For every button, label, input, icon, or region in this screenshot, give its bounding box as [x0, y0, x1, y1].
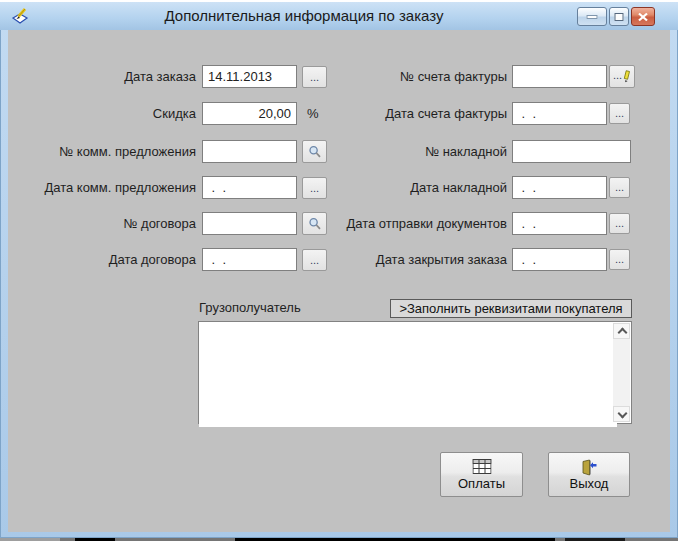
- restore-button[interactable]: [609, 7, 629, 26]
- invoice-number-label: № счета фактуры: [308, 65, 507, 88]
- order-close-date-picker-button[interactable]: ...: [609, 249, 630, 270]
- exit-door-icon: [581, 459, 598, 476]
- window-title: Дополнительная информация по заказу: [40, 7, 568, 24]
- order-close-date-input[interactable]: [512, 248, 607, 271]
- close-icon: [638, 12, 648, 21]
- exit-button-label: Выход: [549, 476, 629, 491]
- contract-number-label: № договора: [16, 212, 196, 235]
- scroll-up-button[interactable]: [613, 323, 630, 339]
- waybill-date-input[interactable]: [512, 176, 607, 199]
- chevron-down-icon: [618, 409, 628, 419]
- vertical-scrollbar[interactable]: [613, 323, 630, 422]
- table-icon: [472, 459, 491, 474]
- title-bar[interactable]: Дополнительная информация по заказу: [0, 2, 678, 30]
- documents-sent-date-input[interactable]: [512, 212, 607, 235]
- contract-number-input[interactable]: [202, 212, 297, 235]
- dialog-window: Дополнительная информация по заказу Дата…: [0, 2, 678, 538]
- commercial-offer-number-input[interactable]: [202, 140, 297, 163]
- restore-icon: [615, 13, 624, 21]
- chevron-up-icon: [618, 328, 628, 338]
- commercial-offer-date-label: Дата комм. предложения: [16, 176, 196, 199]
- order-date-label: Дата заказа: [16, 65, 196, 88]
- pencil-icon: [622, 70, 631, 83]
- contract-date-input[interactable]: [202, 248, 297, 271]
- minimize-button[interactable]: [577, 7, 607, 26]
- contract-date-label: Дата договора: [16, 248, 196, 271]
- invoice-date-label: Дата счета фактуры: [308, 102, 507, 125]
- consignee-textbox: [198, 321, 632, 424]
- commercial-offer-number-label: № комм. предложения: [16, 140, 196, 163]
- discount-input[interactable]: [202, 102, 297, 125]
- invoice-date-input[interactable]: [512, 102, 607, 125]
- ellipsis-text: ...: [613, 69, 622, 81]
- minimize-icon: [587, 15, 598, 19]
- payments-button-label: Оплаты: [441, 476, 522, 491]
- order-close-date-label: Дата закрытия заказа: [308, 248, 507, 271]
- screen: Дополнительная информация по заказу Дата…: [0, 0, 678, 541]
- order-date-input[interactable]: [202, 65, 297, 88]
- invoice-number-input[interactable]: [512, 65, 607, 88]
- consignee-textarea[interactable]: [199, 322, 617, 427]
- fill-from-buyer-button[interactable]: >Заполнить реквизитами покупателя: [390, 299, 632, 318]
- invoice-date-picker-button[interactable]: ...: [609, 103, 630, 124]
- commercial-offer-date-input[interactable]: [202, 176, 297, 199]
- documents-sent-date-picker-button[interactable]: ...: [609, 213, 630, 234]
- scroll-down-button[interactable]: [613, 406, 630, 422]
- payments-button[interactable]: Оплаты: [440, 452, 523, 497]
- invoice-number-edit-button[interactable]: ...: [609, 65, 635, 88]
- close-button[interactable]: [631, 7, 655, 26]
- consignee-label: Грузополучатель: [199, 296, 399, 319]
- waybill-date-picker-button[interactable]: ...: [609, 177, 630, 198]
- waybill-number-input[interactable]: [512, 140, 631, 163]
- discount-label: Скидка: [16, 102, 196, 125]
- documents-sent-date-label: Дата отправки документов: [308, 212, 507, 235]
- exit-button[interactable]: Выход: [548, 452, 630, 497]
- waybill-number-label: № накладной: [308, 140, 507, 163]
- waybill-date-label: Дата накладной: [308, 176, 507, 199]
- writing-hand-icon: [10, 6, 30, 26]
- dialog-client-area: Дата заказа ... Скидка % № комм. предлож…: [8, 30, 670, 532]
